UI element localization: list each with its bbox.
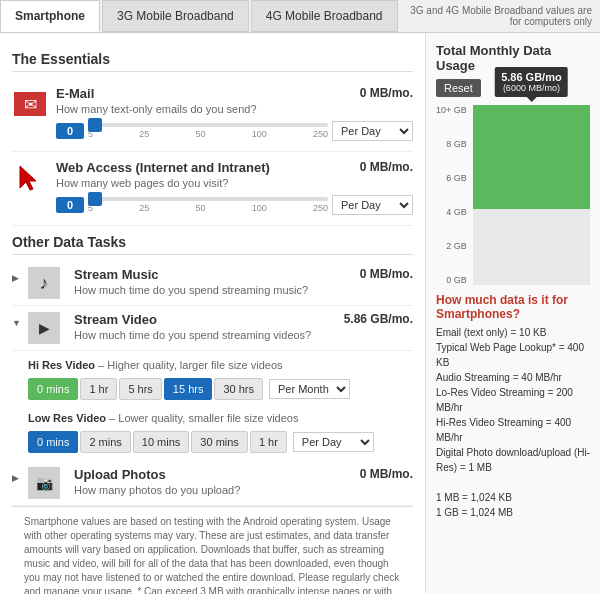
web-header: Web Access (Internet and Intranet) 0 MB/… (56, 160, 413, 175)
stream-music-info: Stream Music 0 MB/mo. How much time do y… (74, 267, 413, 296)
tab-4g[interactable]: 4G Mobile Broadband (251, 0, 398, 32)
music-icon: ♪ (28, 267, 60, 299)
other-header: Other Data Tasks (12, 234, 413, 255)
tab-3g[interactable]: 3G Mobile Broadband (102, 0, 249, 32)
video-icon: ▶ (28, 312, 60, 344)
lo-res-sublabel: – Lower quality, smaller file size video… (109, 412, 298, 424)
y-label-1: 8 GB (436, 139, 467, 149)
hi-res-controls: 0 mins 1 hr 5 hrs 15 hrs 30 hrs Per Mont… (28, 374, 413, 404)
info-line-0: Email (text only) = 10 KB (436, 325, 590, 340)
info-line-8: 1 GB = 1,024 MB (436, 505, 590, 520)
chart-bar: 5.86 GB/mo (6000 MB/mo) (473, 105, 590, 209)
chart-bar-sub: (6000 MB/mo) (501, 83, 562, 93)
tooltip-arrow (526, 97, 536, 102)
chart-empty-space (473, 209, 590, 285)
email-track-bg (88, 123, 328, 127)
lo-res-btn-3[interactable]: 30 mins (191, 431, 248, 453)
web-track[interactable]: 5 25 50 100 250 (88, 193, 328, 217)
stream-video-desc: How much time do you spend streaming vid… (74, 329, 413, 341)
email-title: E-Mail (56, 86, 94, 101)
stream-music-header: Stream Music 0 MB/mo. (74, 267, 413, 282)
lo-res-period-select[interactable]: Per Day Per Month (293, 432, 374, 452)
chart-bar-wrapper: 5.86 GB/mo (6000 MB/mo) (473, 105, 590, 209)
email-info: E-Mail 0 MB/mo. How many text-only email… (56, 86, 413, 143)
tick: 250 (313, 129, 328, 139)
y-label-5: 0 GB (436, 275, 467, 285)
web-ticks: 5 25 50 100 250 (88, 203, 328, 213)
lo-res-label: Low Res Video – Lower quality, smaller f… (28, 412, 413, 424)
tab-bar: Smartphone 3G Mobile Broadband 4G Mobile… (0, 0, 600, 33)
email-item: E-Mail 0 MB/mo. How many text-only email… (12, 78, 413, 152)
tick: 50 (195, 203, 205, 213)
email-desc: How many text-only emails do you send? (56, 103, 413, 115)
web-info: Web Access (Internet and Intranet) 0 MB/… (56, 160, 413, 217)
tick: 25 (139, 203, 149, 213)
hi-res-btn-0[interactable]: 0 mins (28, 378, 78, 400)
web-slider-row: 0 5 25 50 100 250 (56, 193, 413, 217)
stream-video-section: ▶ Stream Video 5.86 GB/mo. How much time… (12, 306, 413, 461)
left-panel: The Essentials E-Mail 0 MB/mo. How many … (0, 33, 425, 594)
expand-video-icon (12, 315, 24, 329)
info-line-4: Hi-Res Video Streaming = 400 MB/hr (436, 415, 590, 445)
info-line-7: 1 MB = 1,024 KB (436, 490, 590, 505)
web-thumb[interactable] (88, 192, 102, 206)
hi-res-btn-2[interactable]: 5 hrs (119, 378, 161, 400)
stream-music-usage: 0 MB/mo. (360, 267, 413, 281)
lo-res-btn-4[interactable]: 1 hr (250, 431, 287, 453)
y-label-3: 4 GB (436, 207, 467, 217)
lo-res-btn-2[interactable]: 10 mins (133, 431, 190, 453)
lo-res-section: Low Res Video – Lower quality, smaller f… (12, 404, 413, 461)
hi-res-period-select[interactable]: Per Month Per Day (269, 379, 350, 399)
email-slider-value: 0 (56, 123, 84, 139)
upload-photos-item[interactable]: 📷 Upload Photos 0 MB/mo. How many photos… (12, 461, 413, 506)
stream-music-desc: How much time do you spend streaming mus… (74, 284, 413, 296)
info-title: How much data is it for Smartphones? (436, 293, 590, 321)
lo-res-btn-0[interactable]: 0 mins (28, 431, 78, 453)
hi-res-btn-1[interactable]: 1 hr (80, 378, 117, 400)
web-period-select[interactable]: Per Day Per Week Per Month (332, 195, 413, 215)
email-ticks: 5 25 50 100 250 (88, 129, 328, 139)
tick: 250 (313, 203, 328, 213)
hi-res-btn-group: 0 mins 1 hr 5 hrs 15 hrs 30 hrs (28, 378, 263, 400)
hi-res-btn-3[interactable]: 15 hrs (164, 378, 213, 400)
footnote: Smartphone values are based on testing w… (12, 506, 413, 594)
y-label-0: 10+ GB (436, 105, 467, 115)
chart-y-axis: 10+ GB 8 GB 6 GB 4 GB 2 GB 0 GB (436, 105, 469, 285)
tab-smartphone[interactable]: Smartphone (0, 0, 100, 32)
tick: 100 (252, 129, 267, 139)
upload-photos-title: Upload Photos (74, 467, 166, 482)
hi-res-sublabel: – Higher quality, larger file size video… (98, 359, 282, 371)
tick: 25 (139, 129, 149, 139)
upload-photos-info: Upload Photos 0 MB/mo. How many photos d… (74, 467, 413, 496)
info-line-1: Typical Web Page Lookup* = 400 KB (436, 340, 590, 370)
tick: 50 (195, 129, 205, 139)
lo-res-controls: 0 mins 2 mins 10 mins 30 mins 1 hr Per D… (28, 427, 413, 457)
lo-res-btn-group: 0 mins 2 mins 10 mins 30 mins 1 hr (28, 431, 287, 453)
info-text: Email (text only) = 10 KB Typical Web Pa… (436, 325, 590, 520)
y-label-2: 6 GB (436, 173, 467, 183)
web-slider-value: 0 (56, 197, 84, 213)
stream-video-item[interactable]: ▶ Stream Video 5.86 GB/mo. How much time… (12, 306, 413, 351)
web-title: Web Access (Internet and Intranet) (56, 160, 270, 175)
upload-photos-usage: 0 MB/mo. (360, 467, 413, 481)
email-slider-row: 0 5 25 50 100 250 (56, 119, 413, 143)
hi-res-btn-4[interactable]: 30 hrs (214, 378, 263, 400)
expand-photos-icon (12, 470, 24, 484)
stream-music-item[interactable]: ♪ Stream Music 0 MB/mo. How much time do… (12, 261, 413, 306)
email-period-select[interactable]: Per Day Per Week Per Month (332, 121, 413, 141)
right-panel: Total Monthly Data Usage Reset 10+ GB 8 … (425, 33, 600, 594)
main-container: Smartphone 3G Mobile Broadband 4G Mobile… (0, 0, 600, 594)
chart-bar-value: 5.86 GB/mo (501, 71, 562, 83)
lo-res-btn-1[interactable]: 2 mins (80, 431, 130, 453)
stream-music-title: Stream Music (74, 267, 159, 282)
svg-marker-0 (20, 166, 36, 190)
email-header: E-Mail 0 MB/mo. (56, 86, 413, 101)
cursor-svg (14, 162, 46, 194)
email-thumb[interactable] (88, 118, 102, 132)
reset-button[interactable]: Reset (436, 79, 481, 97)
email-track[interactable]: 5 25 50 100 250 (88, 119, 328, 143)
content-area: The Essentials E-Mail 0 MB/mo. How many … (0, 33, 600, 594)
lo-res-title: Low Res Video (28, 412, 106, 424)
chart-bar-tooltip: 5.86 GB/mo (6000 MB/mo) (495, 67, 568, 97)
tick: 100 (252, 203, 267, 213)
